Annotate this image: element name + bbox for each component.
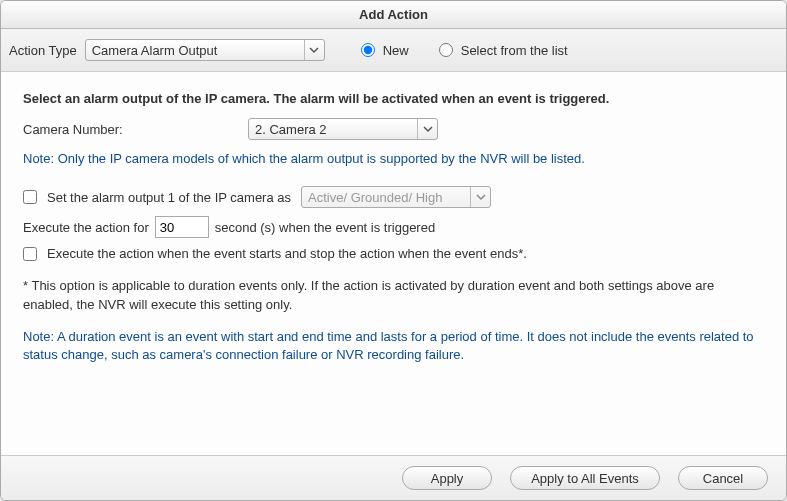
camera-number-select[interactable]: 2. Camera 2 xyxy=(248,118,438,140)
set-alarm-output-row: Set the alarm output 1 of the IP camera … xyxy=(23,186,764,208)
set-alarm-output-checkbox[interactable] xyxy=(23,190,37,204)
chevron-down-icon xyxy=(304,40,324,60)
radio-new-label: New xyxy=(383,43,409,58)
dialog-title: Add Action xyxy=(1,1,786,29)
chevron-down-icon xyxy=(417,119,437,139)
execute-duration-post: second (s) when the event is triggered xyxy=(215,220,435,235)
camera-number-label: Camera Number: xyxy=(23,122,238,137)
radio-new-input[interactable] xyxy=(361,43,375,57)
apply-button[interactable]: Apply xyxy=(402,466,492,490)
note-duration-event: Note: A duration event is an event with … xyxy=(23,328,764,364)
execute-duration-input[interactable] xyxy=(155,216,209,238)
dialog-content: Select an alarm output of the IP camera.… xyxy=(1,72,786,455)
action-type-value: Camera Alarm Output xyxy=(92,43,218,58)
execute-duration-row: Execute the action for second (s) when t… xyxy=(23,216,764,238)
content-heading: Select an alarm output of the IP camera.… xyxy=(23,90,764,108)
alarm-output-state-value: Active/ Grounded/ High xyxy=(308,190,442,205)
apply-all-events-button[interactable]: Apply to All Events xyxy=(510,466,660,490)
cancel-button[interactable]: Cancel xyxy=(678,466,768,490)
action-type-label: Action Type xyxy=(9,43,77,58)
radio-list-input[interactable] xyxy=(439,43,453,57)
radio-list-label: Select from the list xyxy=(461,43,568,58)
radio-select-from-list[interactable]: Select from the list xyxy=(439,43,568,58)
action-type-select[interactable]: Camera Alarm Output xyxy=(85,39,325,61)
execute-on-event-label: Execute the action when the event starts… xyxy=(47,246,527,261)
dialog-footer: Apply Apply to All Events Cancel xyxy=(1,455,786,500)
chevron-down-icon xyxy=(470,187,490,207)
radio-new[interactable]: New xyxy=(361,43,409,58)
execute-on-event-row: Execute the action when the event starts… xyxy=(23,246,764,261)
footnote-duration-only: * This option is applicable to duration … xyxy=(23,277,764,313)
options-block: Set the alarm output 1 of the IP camera … xyxy=(23,186,764,261)
action-type-bar: Action Type Camera Alarm Output New Sele… xyxy=(1,29,786,72)
source-radio-group: New Select from the list xyxy=(361,43,570,58)
note-supported-models: Note: Only the IP camera models of which… xyxy=(23,150,764,168)
execute-on-event-checkbox[interactable] xyxy=(23,247,37,261)
set-alarm-output-label: Set the alarm output 1 of the IP camera … xyxy=(47,190,291,205)
alarm-output-state-select[interactable]: Active/ Grounded/ High xyxy=(301,186,491,208)
camera-number-value: 2. Camera 2 xyxy=(255,122,327,137)
camera-number-row: Camera Number: 2. Camera 2 xyxy=(23,118,764,140)
add-action-dialog: Add Action Action Type Camera Alarm Outp… xyxy=(0,0,787,501)
execute-duration-pre: Execute the action for xyxy=(23,220,149,235)
